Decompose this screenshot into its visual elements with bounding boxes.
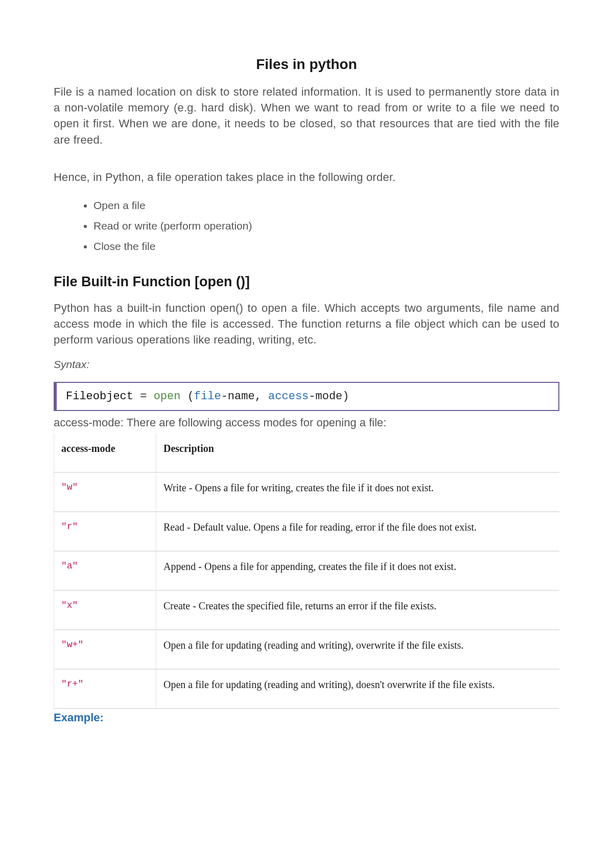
code-token: -name, <box>221 390 268 403</box>
page-title: Files in python <box>54 56 559 73</box>
table-header-row: access-mode Description <box>54 433 560 472</box>
code-token: -mode) <box>309 390 349 403</box>
mode-value: "x" <box>61 600 78 610</box>
code-token-keyword: access <box>268 390 309 403</box>
mode-value: "a" <box>61 561 78 571</box>
mode-value: "w" <box>61 482 78 492</box>
table-header-mode: access-mode <box>54 433 156 472</box>
list-item: Read or write (perform operation) <box>93 216 559 236</box>
access-mode-intro: access-mode: There are following access … <box>54 416 559 429</box>
mode-description: Append - Opens a file for appending, cre… <box>163 561 456 572</box>
syntax-code-block: Fileobject = open (file-name, access-mod… <box>54 382 559 411</box>
code-token: = <box>133 390 154 403</box>
mode-value: "r+" <box>61 679 83 689</box>
mode-description: Read - Default value. Opens a file for r… <box>163 521 477 533</box>
table-row: "r+" Open a file for updating (reading a… <box>54 669 560 709</box>
table-header-description: Description <box>156 433 560 472</box>
list-item: Open a file <box>93 195 559 216</box>
table-row: "w" Write - Opens a file for writing, cr… <box>54 472 560 512</box>
example-label: Example: <box>54 711 559 724</box>
code-token-function: open <box>154 390 181 403</box>
access-mode-table: access-mode Description "w" Write - Open… <box>54 433 559 709</box>
mode-description: Open a file for updating (reading and wr… <box>163 679 494 690</box>
table-row: "r" Read - Default value. Opens a file f… <box>54 512 560 551</box>
code-token: Fileobject <box>66 390 133 403</box>
mode-value: "r" <box>61 521 78 532</box>
list-item: Close the file <box>93 236 559 257</box>
code-token: ( <box>180 390 194 403</box>
steps-list: Open a file Read or write (perform opera… <box>54 195 559 257</box>
code-token-keyword: file <box>194 390 221 403</box>
syntax-label: Syntax: <box>54 358 559 371</box>
table-row: "w+" Open a file for updating (reading a… <box>54 630 560 669</box>
intro-paragraph: File is a named location on disk to stor… <box>54 84 559 148</box>
table-row: "a" Append - Opens a file for appending,… <box>54 551 560 590</box>
mode-description: Create - Creates the specified file, ret… <box>163 600 436 611</box>
mode-description: Open a file for updating (reading and wr… <box>163 639 464 651</box>
open-description-paragraph: Python has a built-in function open() to… <box>54 300 559 348</box>
access-mode-lead: access-mode: <box>54 416 124 429</box>
mode-value: "w+" <box>61 639 83 650</box>
order-intro-paragraph: Hence, in Python, a file operation takes… <box>54 169 559 185</box>
access-mode-rest: There are following access modes for ope… <box>124 416 386 429</box>
section-heading-open: File Built-in Function [open ()] <box>54 274 559 290</box>
mode-description: Write - Opens a file for writing, create… <box>163 482 434 493</box>
table-row: "x" Create - Creates the specified file,… <box>54 590 560 630</box>
